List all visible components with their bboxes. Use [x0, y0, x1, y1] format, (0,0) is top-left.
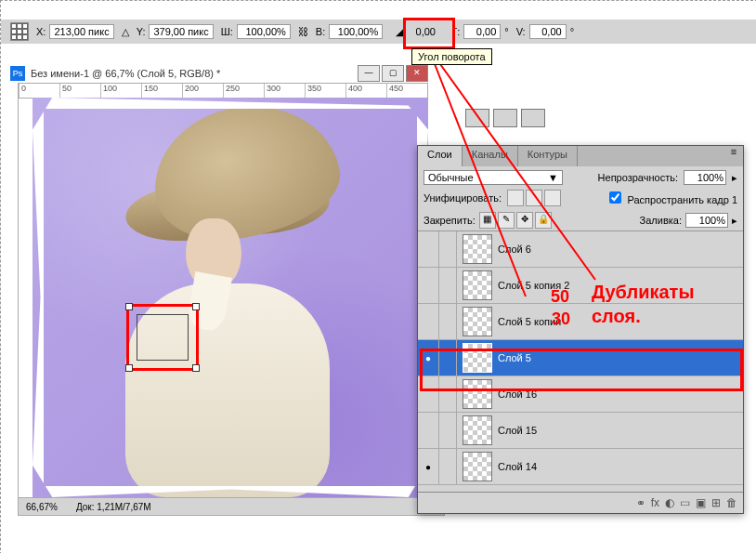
w-value[interactable]: 100,00%: [237, 24, 291, 39]
y-value[interactable]: 379,00 пикс: [149, 24, 213, 39]
tab-paths[interactable]: Контуры: [518, 146, 578, 166]
opacity-label: Непрозрачность:: [598, 172, 678, 183]
unify-icon[interactable]: [544, 190, 561, 206]
document-titlebar: Ps Без имени-1 @ 66,7% (Слой 5, RGB/8) *…: [10, 64, 428, 83]
layers-panel: Слои Каналы Контуры ≡ Обычные ▼ Непрозра…: [417, 145, 744, 514]
link-cell[interactable]: [439, 413, 457, 448]
panel-tabs: Слои Каналы Контуры ≡: [418, 146, 743, 166]
layer-thumbnail[interactable]: [463, 343, 492, 373]
layer-name[interactable]: Слой 16: [498, 388, 743, 400]
layer-name[interactable]: Слой 14: [498, 461, 743, 472]
layer-row[interactable]: Слой 14: [418, 449, 743, 485]
link-cell[interactable]: [439, 304, 457, 339]
link-cell[interactable]: [439, 231, 457, 267]
delete-icon[interactable]: 🗑: [726, 496, 737, 509]
link-cell[interactable]: [439, 376, 457, 412]
vskew-value[interactable]: 0,00: [529, 24, 567, 39]
tab-layers[interactable]: Слои: [418, 146, 463, 166]
fill-arrow-icon[interactable]: ▸: [732, 215, 737, 227]
new-layer-icon[interactable]: ⊞: [711, 496, 721, 509]
layer-thumbnail[interactable]: [463, 270, 492, 300]
rotate-highlight: [403, 18, 455, 49]
mask-icon[interactable]: ◐: [665, 496, 674, 509]
layer-name[interactable]: Слой 15: [498, 425, 743, 436]
fx-icon[interactable]: fx: [651, 496, 659, 509]
deg1: °: [504, 26, 508, 37]
options-bar: X: 213,00 пикс △ Y: 379,00 пикс Ш: 100,0…: [1, 20, 756, 44]
dock-icon[interactable]: [465, 109, 489, 127]
link-icon[interactable]: ⛓: [298, 26, 308, 37]
visibility-toggle[interactable]: [418, 340, 439, 375]
layer-row[interactable]: Слой 5: [418, 340, 743, 376]
unify-icon[interactable]: [526, 190, 542, 206]
h-label: В:: [316, 26, 325, 37]
layer-thumbnail[interactable]: [463, 452, 492, 481]
annot-30: 30: [552, 309, 570, 329]
layer-name[interactable]: Слой 5: [498, 352, 743, 363]
opacity-arrow-icon[interactable]: ▸: [732, 172, 737, 184]
document-title: Без имени-1 @ 66,7% (Слой 5, RGB/8) *: [31, 68, 220, 79]
layer-row[interactable]: Слой 5 копия 2: [418, 268, 743, 304]
layer-thumbnail[interactable]: [463, 307, 492, 336]
canvas[interactable]: [33, 98, 428, 497]
w-label: Ш:: [221, 26, 233, 37]
layer-row[interactable]: Слой 16: [418, 376, 743, 413]
visibility-toggle[interactable]: [418, 449, 439, 484]
h-value[interactable]: 100,00%: [329, 24, 383, 39]
layer-thumbnail[interactable]: [463, 415, 492, 445]
group-icon[interactable]: ▣: [696, 496, 706, 509]
link-cell[interactable]: [439, 268, 457, 303]
lock-position-icon[interactable]: ✥: [516, 212, 533, 229]
ps-icon: Ps: [10, 66, 25, 81]
link-cell[interactable]: [439, 449, 457, 484]
opacity-value[interactable]: 100%: [684, 170, 726, 185]
torn-edge: [33, 98, 428, 497]
x-value[interactable]: 213,00 пикс: [49, 24, 113, 39]
lock-all-icon[interactable]: 🔒: [535, 212, 552, 229]
transform-selection[interactable]: [126, 304, 199, 371]
close-button[interactable]: ✕: [406, 65, 428, 82]
deg2: °: [570, 26, 574, 37]
lock-label: Закрепить:: [424, 215, 476, 226]
unify-icon[interactable]: [507, 190, 524, 206]
visibility-toggle[interactable]: [418, 268, 439, 303]
link-layers-icon[interactable]: ⚭: [636, 496, 645, 509]
dock-icon[interactable]: [493, 109, 517, 127]
y-label: Y:: [137, 26, 146, 37]
layer-row[interactable]: Слой 5 копия: [418, 304, 743, 340]
propagate-checkbox[interactable]: [609, 191, 621, 204]
minimize-button[interactable]: —: [358, 65, 380, 82]
adjustment-icon[interactable]: ▭: [680, 496, 690, 509]
fill-value[interactable]: 100%: [685, 213, 728, 228]
layer-name[interactable]: Слой 6: [498, 244, 743, 255]
blend-mode-select[interactable]: Обычные ▼: [424, 170, 563, 185]
zoom-level[interactable]: 66,67%: [26, 502, 58, 512]
layers-list: Слой 6Слой 5 копия 2Слой 5 копияСлой 5Сл…: [418, 230, 743, 492]
x-label: X:: [36, 26, 46, 37]
fill-label: Заливка:: [640, 215, 682, 226]
reference-point-icon[interactable]: [10, 22, 29, 41]
layer-row[interactable]: Слой 6: [418, 231, 743, 268]
annot-duplicates: Дубликаты: [592, 282, 694, 303]
propagate-label: Распространить кадр 1: [628, 194, 737, 205]
doc-size: Док: 1,21M/7,67M: [76, 502, 151, 512]
status-bar: 66,67% Док: 1,21M/7,67M: [18, 497, 445, 516]
link-cell[interactable]: [439, 340, 457, 375]
visibility-toggle[interactable]: [418, 304, 439, 339]
visibility-toggle[interactable]: [418, 413, 439, 448]
hskew-value[interactable]: 0,00: [463, 24, 501, 39]
layer-thumbnail[interactable]: [463, 379, 492, 409]
rotate-tooltip: Угол поворота: [411, 48, 492, 65]
layer-row[interactable]: Слой 15: [418, 413, 743, 449]
tab-channels[interactable]: Каналы: [463, 146, 518, 166]
delta-icon: △: [122, 26, 129, 38]
lock-pixels-icon[interactable]: ▦: [479, 212, 496, 229]
visibility-toggle[interactable]: [418, 231, 439, 267]
vskew-label: V:: [516, 26, 526, 37]
panel-menu-icon[interactable]: ≡: [724, 146, 743, 166]
lock-paint-icon[interactable]: ✎: [498, 212, 515, 229]
visibility-toggle[interactable]: [418, 376, 439, 412]
layer-thumbnail[interactable]: [463, 234, 492, 264]
dock-icon[interactable]: [521, 109, 545, 127]
maximize-button[interactable]: ▢: [382, 65, 404, 82]
